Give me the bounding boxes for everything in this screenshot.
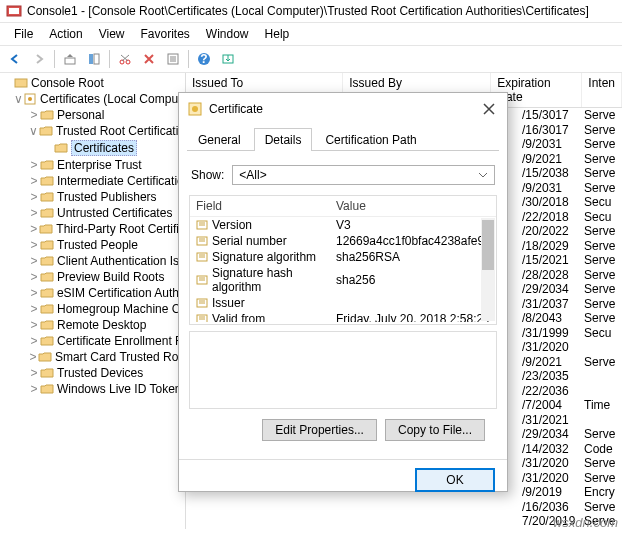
expand-icon[interactable]: >: [28, 238, 40, 252]
expand-icon[interactable]: >: [28, 222, 39, 236]
tab-details[interactable]: Details: [254, 128, 313, 151]
copy-to-file-button[interactable]: Copy to File...: [385, 419, 485, 441]
expand-icon[interactable]: >: [28, 158, 40, 172]
tree-node[interactable]: >Trusted Publishers: [0, 189, 185, 205]
expand-icon[interactable]: >: [28, 270, 40, 284]
cell-expiration: /16/3017: [516, 123, 578, 137]
tree-pane[interactable]: Console Root ∨Certificates (Local Comput…: [0, 73, 186, 529]
cell-expiration: /30/2018: [516, 195, 578, 209]
expand-icon[interactable]: >: [28, 286, 40, 300]
tree-certificates[interactable]: ∨Certificates (Local Compute: [0, 91, 185, 107]
expand-icon[interactable]: >: [28, 366, 40, 380]
svg-rect-14: [15, 79, 27, 87]
expand-icon[interactable]: >: [28, 302, 40, 316]
scrollbar-thumb[interactable]: [482, 220, 494, 270]
folder-icon: [40, 286, 54, 300]
forward-button[interactable]: [28, 48, 50, 70]
value-col[interactable]: Value: [336, 199, 490, 213]
menu-view[interactable]: View: [91, 25, 133, 43]
tree-label: Client Authentication Is: [57, 254, 179, 268]
field-row[interactable]: Signature algorithmsha256RSA: [190, 249, 496, 265]
col-intended[interactable]: Inten: [582, 73, 622, 107]
tree-node[interactable]: >Homegroup Machine C: [0, 301, 185, 317]
ok-button[interactable]: OK: [415, 468, 495, 492]
field-name: Signature hash algorithm: [212, 266, 336, 294]
up-button[interactable]: [59, 48, 81, 70]
tree-node[interactable]: >Personal: [0, 107, 185, 123]
cell-intended: Encry: [578, 485, 622, 499]
tree-node[interactable]: >Windows Live ID Token: [0, 381, 185, 397]
tab-general[interactable]: General: [187, 128, 252, 151]
property-icon: [196, 219, 210, 231]
menu-window[interactable]: Window: [198, 25, 257, 43]
tab-certpath[interactable]: Certification Path: [314, 128, 427, 151]
tree-console-root[interactable]: Console Root: [0, 75, 185, 91]
cell-intended: Serve: [578, 239, 622, 253]
field-row[interactable]: Issuer: [190, 295, 496, 311]
tree-label: Smart Card Trusted Roo: [55, 350, 185, 364]
cut-button[interactable]: [114, 48, 136, 70]
expand-icon[interactable]: ∨: [14, 92, 23, 106]
scrollbar[interactable]: [481, 218, 495, 321]
tree-node[interactable]: >Preview Build Roots: [0, 269, 185, 285]
expand-icon[interactable]: >: [28, 108, 40, 122]
tree-node[interactable]: >Remote Desktop: [0, 317, 185, 333]
field-row[interactable]: Valid fromFriday, July 20, 2018 2:58:24: [190, 311, 496, 322]
expand-icon[interactable]: ∨: [28, 124, 39, 138]
expand-icon[interactable]: >: [28, 174, 40, 188]
tree-node[interactable]: >Smart Card Trusted Roo: [0, 349, 185, 365]
field-value: V3: [336, 218, 490, 232]
properties-button[interactable]: [162, 48, 184, 70]
tree-node[interactable]: ∨Trusted Root Certificatio: [0, 123, 185, 139]
expand-icon[interactable]: >: [28, 206, 40, 220]
field-col[interactable]: Field: [196, 199, 336, 213]
detail-textarea[interactable]: [189, 331, 497, 409]
tree-label: Trusted People: [57, 238, 138, 252]
tree-node[interactable]: >Third-Party Root Certific: [0, 221, 185, 237]
tree-node[interactable]: >Enterprise Trust: [0, 157, 185, 173]
cell-intended: Serve: [578, 297, 622, 311]
tree-node[interactable]: >Certificate Enrollment R: [0, 333, 185, 349]
tree-node[interactable]: >eSIM Certification Authc: [0, 285, 185, 301]
cell-intended: Serve: [578, 427, 622, 441]
tree-node[interactable]: >Untrusted Certificates: [0, 205, 185, 221]
svg-text:?: ?: [200, 52, 207, 66]
expand-icon[interactable]: >: [28, 382, 40, 396]
expand-icon[interactable]: >: [28, 190, 40, 204]
tree-node[interactable]: Certificates: [0, 139, 185, 157]
svg-rect-3: [89, 54, 93, 64]
cell-expiration: /31/2020: [516, 471, 578, 485]
field-value: sha256: [336, 273, 490, 287]
help-button[interactable]: ?: [193, 48, 215, 70]
edit-properties-button[interactable]: Edit Properties...: [262, 419, 377, 441]
field-row[interactable]: Signature hash algorithmsha256: [190, 265, 496, 295]
tree-node[interactable]: >Trusted People: [0, 237, 185, 253]
expand-icon[interactable]: >: [28, 350, 38, 364]
close-button[interactable]: [479, 99, 499, 119]
tree-label: Homegroup Machine C: [57, 302, 180, 316]
tree-node[interactable]: >Client Authentication Is: [0, 253, 185, 269]
table-row[interactable]: /16/2036Serve: [186, 500, 622, 515]
menu-help[interactable]: Help: [257, 25, 298, 43]
menu-action[interactable]: Action: [41, 25, 90, 43]
separator: [109, 50, 110, 68]
show-combo[interactable]: <All>: [232, 165, 495, 185]
expand-icon[interactable]: >: [28, 318, 40, 332]
expand-icon[interactable]: >: [28, 254, 40, 268]
dialog-title-bar: Certificate: [179, 93, 507, 125]
expand-icon[interactable]: >: [28, 334, 40, 348]
back-button[interactable]: [4, 48, 26, 70]
show-hide-button[interactable]: [83, 48, 105, 70]
delete-button[interactable]: [138, 48, 160, 70]
export-button[interactable]: [217, 48, 239, 70]
menu-file[interactable]: File: [6, 25, 41, 43]
field-rows[interactable]: VersionV3Serial number12669a4cc1f0bfac42…: [190, 217, 496, 322]
field-row[interactable]: Serial number12669a4cc1f0bfac4238afe9a6.…: [190, 233, 496, 249]
tree-label: Certificate Enrollment R: [57, 334, 184, 348]
menu-favorites[interactable]: Favorites: [133, 25, 198, 43]
tree-node[interactable]: >Trusted Devices: [0, 365, 185, 381]
tree-node[interactable]: >Intermediate Certificatio: [0, 173, 185, 189]
folder-icon: [40, 238, 54, 252]
cell-intended: Serve: [578, 282, 622, 296]
field-row[interactable]: VersionV3: [190, 217, 496, 233]
